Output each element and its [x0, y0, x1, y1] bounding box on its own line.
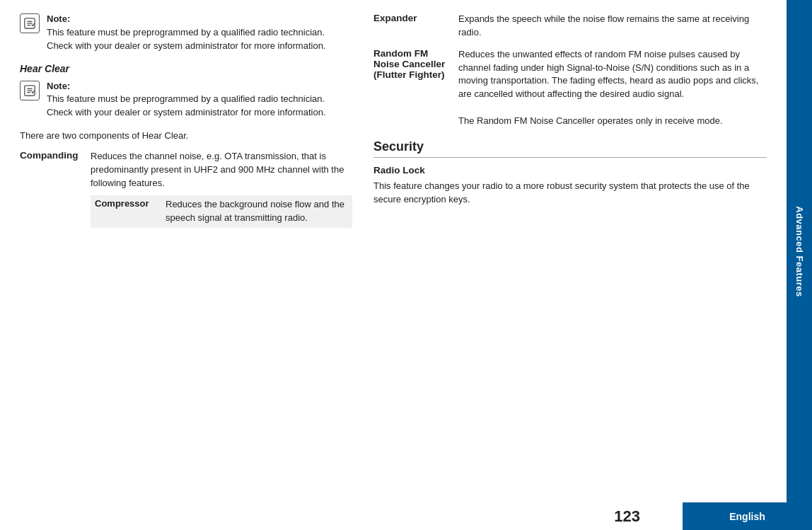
- left-column: Note: This feature must be preprogrammed…: [20, 13, 366, 495]
- note-icon-1: [20, 13, 40, 33]
- companding-term: Companding: [20, 150, 91, 190]
- random-fm-note-text: The Random FM Noise Canceller operates o…: [458, 115, 723, 126]
- compressor-section: Compressor Reduces the background noise …: [91, 195, 352, 228]
- radio-lock-title: Radio Lock: [373, 165, 767, 175]
- random-fm-desc-text: Reduces the unwanted effects of random F…: [458, 49, 758, 100]
- note-text-1: This feature must be preprogrammed by a …: [47, 27, 325, 51]
- hear-clear-heading: Hear Clear: [20, 63, 352, 74]
- note-label-1: Note:: [47, 13, 70, 24]
- companding-desc: Reduces the channel noise, e.g. OTA tran…: [91, 150, 352, 190]
- radio-lock-desc: This feature changes your radio to a mor…: [373, 180, 767, 207]
- main-content: Note: This feature must be preprogrammed…: [0, 0, 787, 502]
- compressor-desc: Reduces the background noise flow and th…: [166, 198, 348, 225]
- page-container: Advanced Features Note: This f: [0, 0, 812, 530]
- random-fm-row: Random FM Noise Canceller (Flutter Fight…: [373, 48, 767, 128]
- random-fm-section: Random FM Noise Canceller (Flutter Fight…: [373, 48, 767, 128]
- expander-term: Expander: [373, 13, 458, 40]
- expander-section: Expander Expands the speech while the no…: [373, 13, 767, 40]
- note-content-1: Note: This feature must be preprogrammed…: [47, 13, 352, 53]
- note-box-2: Note: This feature must be preprogrammed…: [20, 80, 352, 120]
- companding-row: Companding Reduces the channel noise, e.…: [20, 150, 352, 190]
- random-fm-desc: Reduces the unwanted effects of random F…: [458, 48, 767, 128]
- security-title: Security: [373, 139, 767, 158]
- sidebar-label: Advanced Features: [794, 206, 805, 296]
- compressor-row: Compressor Reduces the background noise …: [91, 195, 352, 228]
- expander-row: Expander Expands the speech while the no…: [373, 13, 767, 40]
- page-number: 123: [614, 507, 640, 526]
- note-icon-2: [20, 81, 40, 100]
- two-components-para: There are two components of Hear Clear.: [20, 129, 352, 143]
- note-content-2: Note: This feature must be preprogrammed…: [47, 80, 352, 120]
- page-number-area: 123: [0, 502, 683, 530]
- language-label: English: [729, 511, 765, 522]
- companding-section: Companding Reduces the channel noise, e.…: [20, 150, 352, 190]
- bottom-bar: 123 English: [0, 502, 812, 530]
- security-section: Security Radio Lock This feature changes…: [373, 139, 767, 207]
- expander-desc: Expands the speech while the noise flow …: [458, 13, 767, 40]
- sidebar: Advanced Features: [787, 0, 812, 502]
- note-text-2: This feature must be preprogrammed by a …: [47, 93, 325, 117]
- english-badge: English: [683, 502, 812, 530]
- note-label-2: Note:: [47, 81, 70, 91]
- random-fm-term: Random FM Noise Canceller (Flutter Fight…: [373, 48, 458, 128]
- compressor-term: Compressor: [95, 198, 166, 225]
- right-column: Expander Expands the speech while the no…: [366, 13, 767, 495]
- note-box-1: Note: This feature must be preprogrammed…: [20, 13, 352, 53]
